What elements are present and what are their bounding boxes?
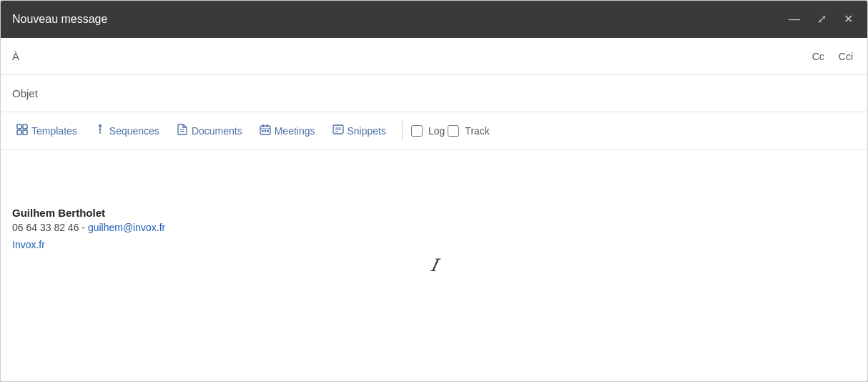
documents-icon xyxy=(177,124,188,138)
sequences-button[interactable]: Sequences xyxy=(87,119,167,142)
snippets-icon xyxy=(332,124,344,138)
subject-input[interactable] xyxy=(38,87,856,99)
meetings-icon xyxy=(260,124,271,138)
svg-rect-3 xyxy=(23,130,27,134)
meetings-label: Meetings xyxy=(275,125,315,137)
cc-button[interactable]: Cc xyxy=(809,49,827,64)
compose-window: Nouveau message — ⤢ ✕ À Cc Cci Objet xyxy=(0,0,868,382)
svg-point-6 xyxy=(99,132,101,134)
sig-url: Invox.fr xyxy=(12,239,856,250)
cc-cci-group: Cc Cci xyxy=(809,49,856,64)
log-label[interactable]: Log xyxy=(428,125,445,137)
toolbar-row: Templates Sequences xyxy=(1,112,867,150)
expand-button[interactable]: ⤢ xyxy=(814,12,829,26)
svg-rect-15 xyxy=(262,130,264,132)
templates-icon xyxy=(16,124,28,138)
cci-button[interactable]: Cci xyxy=(836,49,856,64)
sig-contact: 06 64 33 82 46 - guilhem@invox.fr xyxy=(12,222,856,233)
title-bar-controls: — ⤢ ✕ xyxy=(786,12,856,26)
sequences-label: Sequences xyxy=(109,125,159,137)
close-button[interactable]: ✕ xyxy=(841,12,856,26)
log-checkbox[interactable] xyxy=(411,125,423,137)
title-bar: Nouveau message — ⤢ ✕ xyxy=(1,1,867,38)
sequences-icon xyxy=(94,124,106,138)
text-cursor: 𝐼 xyxy=(430,255,437,275)
log-check-item[interactable]: Log xyxy=(411,125,445,137)
meetings-button[interactable]: Meetings xyxy=(252,119,322,142)
minimize-button[interactable]: — xyxy=(786,12,803,26)
svg-rect-1 xyxy=(23,124,27,129)
signature-block: Guilhem Bertholet 06 64 33 82 46 - guilh… xyxy=(12,207,856,250)
svg-rect-0 xyxy=(17,124,21,129)
to-input[interactable] xyxy=(34,50,809,62)
svg-point-4 xyxy=(99,124,102,127)
sig-phone: 06 64 33 82 46 xyxy=(12,222,79,233)
documents-button[interactable]: Documents xyxy=(169,119,250,142)
svg-rect-16 xyxy=(264,130,266,132)
window-title: Nouveau message xyxy=(12,13,107,26)
subject-label: Objet xyxy=(12,87,38,99)
svg-rect-2 xyxy=(17,130,21,134)
templates-button[interactable]: Templates xyxy=(9,119,84,142)
snippets-label: Snippets xyxy=(347,125,386,137)
body-area[interactable]: 𝐼 Guilhem Bertholet 06 64 33 82 46 - gui… xyxy=(1,150,867,381)
svg-rect-17 xyxy=(267,130,269,132)
track-checkbox[interactable] xyxy=(448,125,459,137)
snippets-button[interactable]: Snippets xyxy=(325,119,393,142)
sig-name: Guilhem Bertholet xyxy=(12,207,856,219)
subject-field-row: Objet xyxy=(1,75,867,112)
svg-point-5 xyxy=(99,128,101,130)
sig-website[interactable]: Invox.fr xyxy=(12,239,45,250)
toolbar-divider xyxy=(402,121,403,141)
documents-label: Documents xyxy=(192,125,242,137)
sig-email[interactable]: guilhem@invox.fr xyxy=(88,222,165,233)
sig-separator: - xyxy=(82,222,88,233)
templates-label: Templates xyxy=(31,125,77,137)
track-label[interactable]: Track xyxy=(465,125,489,137)
to-label: À xyxy=(12,50,34,62)
track-check-item[interactable]: Track xyxy=(448,125,489,137)
to-field-row: À Cc Cci xyxy=(1,38,867,75)
